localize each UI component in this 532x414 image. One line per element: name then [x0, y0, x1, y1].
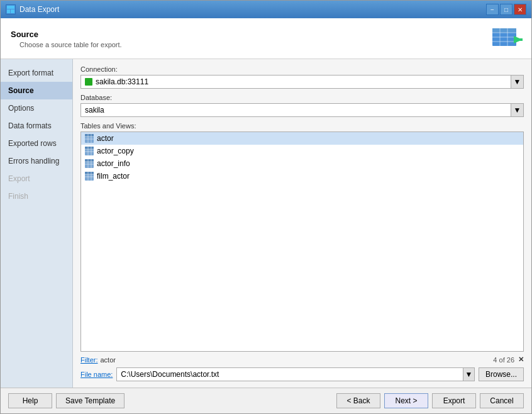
table-icon	[85, 159, 94, 168]
right-panel: Connection: sakila.db:33111 ▼ Database:	[73, 59, 531, 388]
sidebar-item-exported-rows[interactable]: Exported rows	[1, 135, 72, 152]
database-label: Database:	[80, 94, 524, 101]
filter-clear-button[interactable]: ✕	[518, 355, 524, 364]
filename-label[interactable]: File name:	[80, 371, 113, 378]
table-item-actor[interactable]: actor	[81, 132, 523, 145]
tables-list[interactable]: actor ac	[80, 131, 524, 352]
window-icon	[6, 4, 16, 14]
content-area: Source Choose a source table for export.	[1, 18, 531, 413]
connection-combo[interactable]: sakila.db:33111 ▼	[80, 75, 524, 89]
connection-dropdown-arrow[interactable]: ▼	[511, 76, 523, 88]
svg-rect-0	[7, 6, 14, 9]
svg-rect-13	[85, 134, 94, 137]
table-icon	[85, 172, 94, 181]
minimize-button[interactable]: −	[486, 4, 499, 15]
svg-rect-19	[85, 147, 94, 149]
filename-dropdown-arrow[interactable]: ▼	[463, 368, 474, 381]
svg-rect-2	[11, 9, 14, 13]
bottom-bar: Help Save Template < Back Next > Export …	[1, 388, 531, 413]
save-template-button[interactable]: Save Template	[56, 393, 125, 408]
filename-input-wrap: ▼	[116, 367, 475, 381]
next-button[interactable]: Next >	[384, 393, 428, 408]
header-icon	[491, 26, 521, 52]
sidebar-item-finish: Finish	[1, 187, 72, 205]
sidebar-item-options[interactable]: Options	[1, 99, 72, 117]
svg-rect-4	[492, 28, 516, 33]
cancel-button[interactable]: Cancel	[480, 393, 524, 408]
filename-row: File name: ▼ Browse...	[80, 367, 524, 381]
browse-button[interactable]: Browse...	[479, 367, 524, 381]
sidebar-item-export: Export	[1, 170, 72, 187]
connection-status-dot	[85, 78, 92, 86]
export-button[interactable]: Export	[432, 393, 476, 408]
sidebar-item-data-formats[interactable]: Data formats	[1, 117, 72, 135]
window-title: Data Export	[19, 5, 59, 14]
filter-label[interactable]: Filter:	[80, 356, 98, 364]
svg-rect-11	[514, 38, 523, 41]
help-button[interactable]: Help	[8, 393, 52, 408]
database-value: sakila	[85, 106, 104, 115]
sidebar-item-export-format[interactable]: Export format	[1, 64, 72, 82]
sidebar-item-errors-handling[interactable]: Errors handling	[1, 152, 72, 170]
title-bar: Data Export − □ ✕	[1, 1, 531, 18]
database-combo[interactable]: sakila ▼	[80, 103, 524, 117]
svg-rect-31	[85, 172, 94, 174]
window: Data Export − □ ✕ Source Choose a source…	[0, 0, 532, 414]
connection-field: Connection: sakila.db:33111 ▼	[80, 65, 524, 89]
filter-row: Filter: actor 4 of 26 ✕	[80, 355, 524, 364]
table-item-actor-info[interactable]: actor_info	[81, 157, 523, 170]
close-button[interactable]: ✕	[514, 4, 526, 15]
header-subtitle: Choose a source table for export.	[11, 41, 122, 48]
svg-rect-25	[85, 159, 94, 162]
sidebar-item-source[interactable]: Source	[1, 82, 72, 99]
svg-rect-1	[7, 9, 10, 13]
sidebar: Export format Source Options Data format…	[1, 59, 73, 388]
filter-value: actor	[101, 356, 116, 364]
database-field: Database: sakila ▼	[80, 94, 524, 117]
main-area: Export format Source Options Data format…	[1, 59, 531, 388]
connection-value: sakila.db:33111	[96, 77, 148, 86]
database-dropdown-arrow[interactable]: ▼	[511, 104, 523, 116]
filter-count: 4 of 26	[493, 356, 514, 364]
maximize-button[interactable]: □	[500, 4, 513, 15]
table-icon	[85, 147, 94, 155]
header-panel: Source Choose a source table for export.	[1, 18, 531, 59]
table-item-actor-copy[interactable]: actor_copy	[81, 145, 523, 157]
back-button[interactable]: < Back	[336, 393, 380, 408]
header-title: Source	[11, 30, 122, 39]
filename-input[interactable]	[117, 370, 463, 379]
table-icon	[85, 134, 94, 143]
tables-label: Tables and Views:	[80, 122, 524, 130]
connection-label: Connection:	[80, 65, 524, 73]
table-item-film-actor[interactable]: film_actor	[81, 170, 523, 182]
